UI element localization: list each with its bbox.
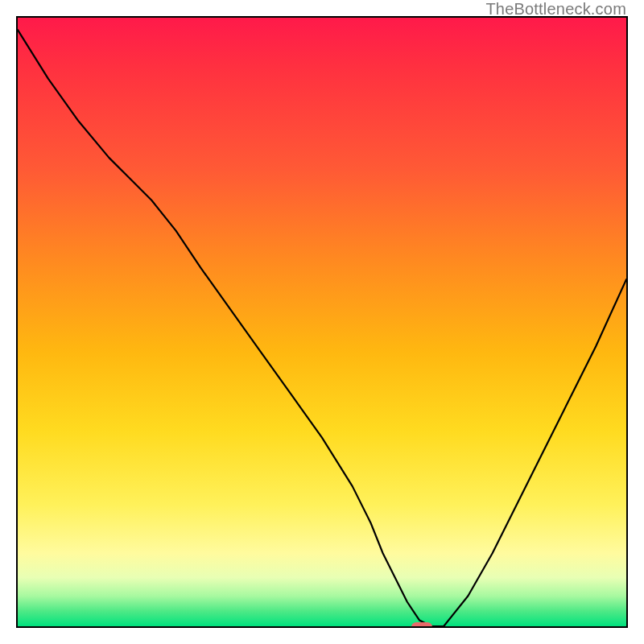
plot-area bbox=[16, 16, 628, 628]
curve-layer bbox=[18, 18, 626, 626]
optimal-point-marker bbox=[411, 622, 432, 628]
bottleneck-curve-path bbox=[18, 30, 626, 626]
bottleneck-chart: TheBottleneck.com bbox=[0, 0, 644, 644]
